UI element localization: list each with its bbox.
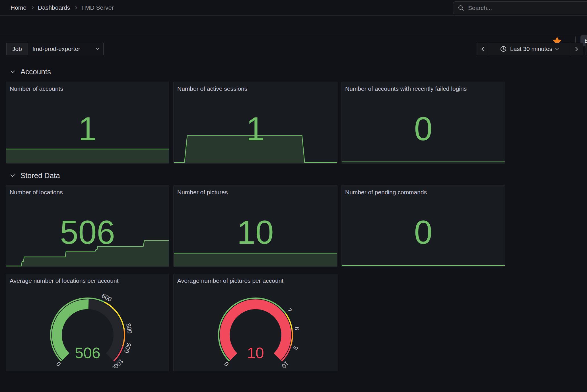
job-variable-label: Job [7, 43, 28, 55]
chevron-down-icon [11, 172, 15, 177]
panel-number-of-accounts: Number of accounts 1 [6, 82, 169, 164]
time-picker: Last 30 minutes [477, 43, 583, 55]
chevron-left-icon [481, 47, 486, 51]
panel-avg-pictures-gauge: Average number of pictures per account 0… [173, 274, 337, 371]
svg-text:0: 0 [223, 360, 230, 368]
panel-title[interactable]: Number of locations [6, 185, 169, 199]
dashboard-toolbar: E [0, 16, 587, 35]
breadcrumb: Home Dashboards FMD Server [11, 0, 114, 15]
sparkline [342, 161, 505, 163]
chevron-right-icon [573, 47, 578, 51]
panel-avg-locations-gauge: Average number of locations per account … [6, 274, 169, 371]
section-title: Accounts [20, 67, 51, 76]
panel-title[interactable]: Number of active sessions [174, 82, 337, 96]
svg-text:7: 7 [286, 307, 293, 313]
chevron-right-icon [74, 6, 77, 9]
panel-title[interactable]: Number of pending commands [341, 185, 505, 199]
stat-value: 0 [414, 216, 432, 249]
breadcrumb-current-page: FMD Server [81, 4, 114, 11]
job-variable-value: fmd-prod-exporter [32, 46, 80, 52]
panel-number-of-pictures: Number of pictures 10 [173, 185, 337, 267]
stat-value: 0 [414, 112, 432, 145]
sparkline [174, 252, 337, 267]
chevron-down-icon [96, 46, 99, 50]
chevron-down-icon [11, 69, 15, 73]
svg-text:800: 800 [125, 323, 133, 334]
time-shift-back-button[interactable] [477, 43, 489, 55]
time-range-button[interactable]: Last 30 minutes [489, 43, 569, 55]
grafana-dashboard: Home Dashboards FMD Server Search... E J… [0, 0, 587, 392]
time-shift-forward-button[interactable] [569, 43, 583, 55]
section-header-accounts[interactable]: Accounts [9, 67, 51, 76]
stat-value: 506 [60, 216, 115, 249]
gauge: 06008009001000506 [6, 286, 169, 371]
section-title: Stored Data [20, 171, 60, 180]
stat-value: 1 [246, 112, 265, 145]
svg-text:506: 506 [75, 344, 100, 361]
sparkline [6, 148, 169, 163]
panel-title[interactable]: Average number of pictures per account [174, 274, 337, 288]
breadcrumb-home[interactable]: Home [11, 4, 26, 11]
clock-icon [500, 46, 507, 52]
search-placeholder: Search... [468, 5, 492, 11]
panel-title[interactable]: Number of pictures [174, 185, 337, 199]
panel-failed-logins: Number of accounts with recently failed … [341, 82, 505, 164]
chevron-right-icon [30, 6, 34, 9]
search-input[interactable]: Search... [453, 1, 587, 14]
svg-text:900: 900 [123, 342, 133, 354]
search-icon [458, 5, 464, 11]
stat-value: 10 [237, 216, 274, 249]
time-zoom-out-button-clipped[interactable] [586, 43, 587, 55]
svg-text:0: 0 [55, 360, 62, 368]
breadcrumb-dashboards[interactable]: Dashboards [38, 4, 70, 11]
panel-title[interactable]: Average number of locations per account [6, 274, 169, 288]
sparkline [342, 264, 505, 267]
svg-text:10: 10 [247, 344, 264, 361]
panel-title[interactable]: Number of accounts with recently failed … [341, 82, 505, 96]
panel-title[interactable]: Number of accounts [6, 82, 169, 96]
top-nav: Home Dashboards FMD Server Search... [0, 0, 587, 16]
job-variable-select[interactable]: fmd-prod-exporter [28, 43, 103, 55]
panel-number-of-locations: Number of locations 506 [6, 185, 169, 267]
panel-pending-commands: Number of pending commands 0 [341, 185, 505, 267]
stat-value: 1 [78, 112, 97, 145]
time-range-label: Last 30 minutes [510, 46, 552, 52]
chevron-down-icon [555, 46, 559, 50]
job-variable-control: Job fmd-prod-exporter [6, 43, 104, 55]
svg-text:8: 8 [293, 326, 301, 331]
gauge: 07891010 [174, 286, 337, 371]
panel-number-of-active-sessions: Number of active sessions 1 [173, 82, 337, 164]
svg-text:9: 9 [291, 345, 299, 351]
section-header-stored-data[interactable]: Stored Data [9, 171, 60, 180]
